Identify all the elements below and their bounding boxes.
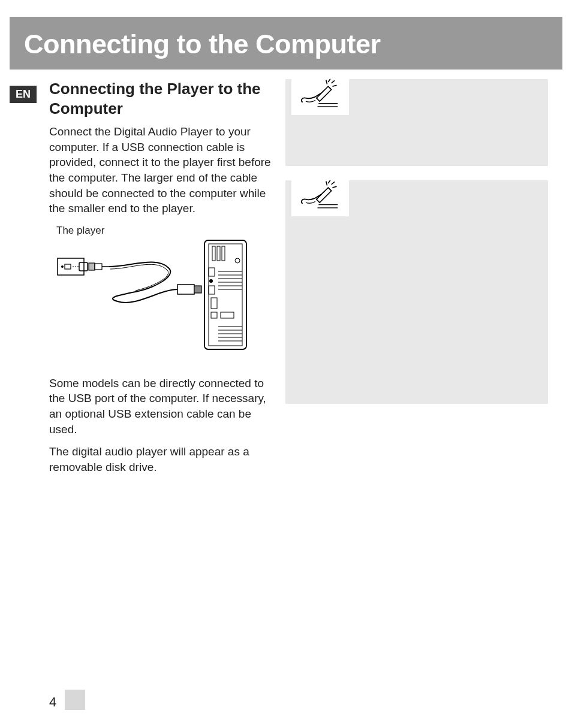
- svg-rect-4: [89, 263, 95, 270]
- svg-rect-25: [221, 312, 234, 318]
- svg-rect-12: [222, 246, 225, 261]
- writing-hand-icon: [291, 73, 349, 115]
- svg-rect-6: [177, 285, 194, 294]
- connection-diagram: [52, 238, 249, 352]
- page-number: 4: [49, 694, 56, 710]
- svg-rect-14: [209, 268, 215, 276]
- note-box-2: [285, 180, 548, 404]
- language-tag: EN: [10, 86, 37, 103]
- svg-rect-10: [212, 246, 215, 261]
- svg-rect-3: [79, 262, 88, 271]
- svg-rect-16: [209, 286, 215, 294]
- note-box-1: [285, 79, 548, 166]
- svg-point-1: [61, 265, 64, 268]
- page-title: Connecting to the Computer: [24, 29, 548, 60]
- svg-rect-7: [194, 286, 201, 293]
- writing-hand-icon: [291, 174, 349, 216]
- svg-rect-11: [217, 246, 220, 261]
- svg-point-15: [209, 279, 213, 283]
- page-marker: [65, 690, 85, 710]
- svg-rect-24: [211, 312, 217, 318]
- svg-rect-5: [95, 264, 102, 270]
- right-column: [285, 79, 548, 482]
- body-paragraph-2: Some models can be directly connected to…: [49, 376, 271, 437]
- section-heading: Connecting the Player to the Computer: [49, 79, 271, 118]
- svg-rect-8: [204, 240, 246, 349]
- svg-rect-2: [65, 264, 71, 269]
- svg-point-13: [235, 258, 240, 263]
- left-column: Connecting the Player to the Computer Co…: [49, 79, 271, 482]
- diagram-label: The player: [56, 225, 271, 237]
- body-paragraph-3: The digital audio player will appear as …: [49, 444, 271, 475]
- body-paragraph-1: Connect the Digital Audio Player to your…: [49, 124, 271, 216]
- content-area: Connecting the Player to the Computer Co…: [0, 79, 572, 482]
- page-footer: 4: [49, 690, 85, 710]
- title-banner: Connecting to the Computer: [10, 17, 562, 70]
- svg-rect-23: [211, 298, 217, 309]
